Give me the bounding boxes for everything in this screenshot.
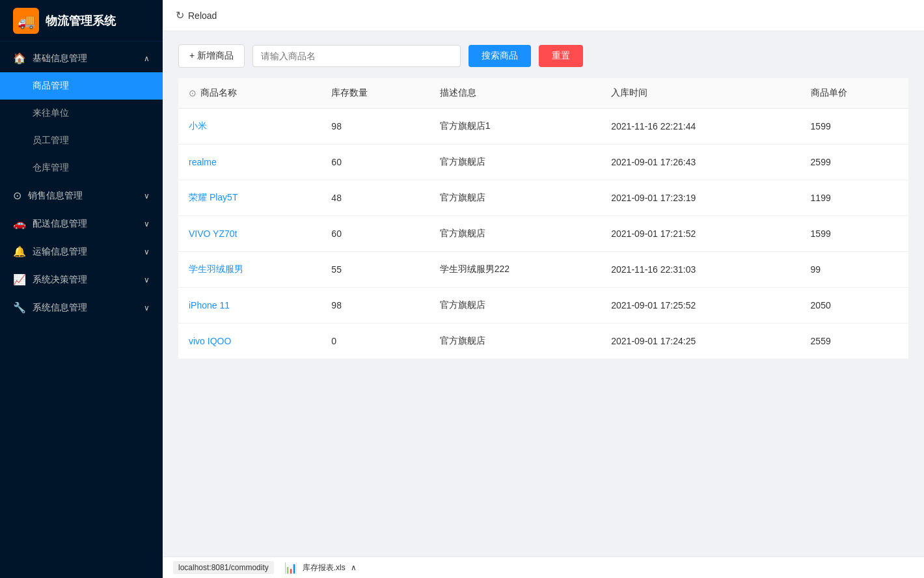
cell-name: VIVO YZ70t: [178, 216, 321, 252]
product-link[interactable]: realme: [189, 157, 217, 167]
col-name: ⊙ 商品名称: [178, 78, 321, 108]
product-link[interactable]: 学生羽绒服男: [189, 264, 243, 274]
col-date: 入库时间: [601, 78, 800, 109]
sidebar-item-warehouse[interactable]: 仓库管理: [0, 154, 163, 182]
cell-date: 2021-09-01 17:21:52: [601, 216, 800, 252]
cell-price: 99: [800, 252, 908, 288]
delivery-icon: 🚗: [13, 217, 26, 230]
bottom-bar: localhost:8081/commodity 📊 库存报表.xls ∧: [163, 557, 924, 578]
cell-stock: 98: [321, 109, 429, 144]
col-price: 商品单价: [800, 78, 908, 109]
main-content: ↻ Reload + 新增商品 搜索商品 重置: [163, 0, 924, 578]
cell-stock: 60: [321, 144, 429, 180]
table-row: iPhone 11 98 官方旗舰店 2021-09-01 17:25:52 2…: [178, 288, 908, 323]
cell-desc: 官方旗舰店: [429, 144, 601, 180]
file-indicator: 📊 库存报表.xls ∧: [284, 562, 357, 574]
cell-date: 2021-09-01 17:24:25: [601, 323, 800, 359]
transport-icon: 🔔: [13, 245, 26, 258]
product-link[interactable]: 荣耀 Play5T: [189, 192, 238, 202]
app-title: 物流管理系统: [46, 13, 116, 29]
sidebar-item-partner[interactable]: 来往单位: [0, 100, 163, 127]
cell-desc: 官方旗舰店: [429, 216, 601, 252]
search-button[interactable]: 搜索商品: [469, 45, 531, 67]
cell-date: 2021-09-01 17:23:19: [601, 180, 800, 216]
col-desc: 描述信息: [429, 78, 601, 109]
sidebar-logo: 🚚 物流管理系统: [0, 0, 163, 42]
page-url: localhost:8081/commodity: [173, 561, 274, 574]
cell-desc: 官方旗舰店: [429, 323, 601, 359]
table-row: 学生羽绒服男 55 学生羽绒服男222 2021-11-16 22:31:03 …: [178, 252, 908, 288]
cell-name: 荣耀 Play5T: [178, 180, 321, 216]
nav-group-basic[interactable]: 🏠 基础信息管理 ∧: [0, 44, 163, 72]
cell-desc: 官方旗舰店: [429, 288, 601, 323]
search-input[interactable]: [252, 45, 461, 67]
expand-icon: ∧: [351, 563, 357, 572]
cell-date: 2021-09-01 17:26:43: [601, 144, 800, 180]
nav-group-decision[interactable]: 📈 系统决策管理 ∨: [0, 266, 163, 294]
cell-price: 1599: [800, 216, 908, 252]
cell-name: 小米: [178, 109, 321, 144]
decision-icon: 📈: [13, 273, 26, 286]
content-area: + 新增商品 搜索商品 重置 ⊙ 商品名称: [163, 31, 924, 557]
table-row: 荣耀 Play5T 48 官方旗舰店 2021-09-01 17:23:19 1…: [178, 180, 908, 216]
reload-icon: ↻: [176, 9, 184, 21]
home-icon: 🏠: [13, 52, 26, 64]
table-row: 小米 98 官方旗舰店1 2021-11-16 22:21:44 1599: [178, 109, 908, 144]
sidebar-item-employee[interactable]: 员工管理: [0, 127, 163, 154]
file-name: 库存报表.xls: [303, 562, 346, 573]
topbar: ↻ Reload: [163, 0, 924, 31]
cell-stock: 55: [321, 252, 429, 288]
product-link[interactable]: iPhone 11: [189, 300, 230, 310]
table-row: vivo IQOO 0 官方旗舰店 2021-09-01 17:24:25 25…: [178, 323, 908, 359]
cell-price: 2599: [800, 144, 908, 180]
sidebar-item-commodity[interactable]: 商品管理: [0, 72, 163, 100]
nav-group-sysinfo[interactable]: 🔧 系统信息管理 ∨: [0, 294, 163, 322]
col-stock: 库存数量: [321, 78, 429, 109]
cell-price: 1599: [800, 109, 908, 144]
logo-icon: 🚚: [13, 8, 39, 34]
nav-group-transport[interactable]: 🔔 运输信息管理 ∨: [0, 238, 163, 266]
cell-stock: 48: [321, 180, 429, 216]
cell-price: 2559: [800, 323, 908, 359]
svg-text:🚚: 🚚: [18, 12, 36, 30]
cell-name: vivo IQOO: [178, 323, 321, 359]
sales-icon: ⊙: [13, 189, 21, 202]
cell-desc: 学生羽绒服男222: [429, 252, 601, 288]
cell-stock: 0: [321, 323, 429, 359]
file-icon: 📊: [284, 562, 297, 574]
product-table-wrapper: ⊙ 商品名称 库存数量 描述信息 入库时间: [178, 78, 908, 359]
product-table: ⊙ 商品名称 库存数量 描述信息 入库时间: [178, 78, 908, 359]
product-link[interactable]: 小米: [189, 120, 207, 131]
cell-price: 2050: [800, 288, 908, 323]
reset-button[interactable]: 重置: [539, 45, 583, 67]
product-link[interactable]: vivo IQOO: [189, 336, 231, 346]
table-sort-icon: ⊙: [189, 88, 197, 98]
cell-name: 学生羽绒服男: [178, 252, 321, 288]
product-link[interactable]: VIVO YZ70t: [189, 228, 237, 239]
cell-stock: 60: [321, 216, 429, 252]
add-product-button[interactable]: + 新增商品: [178, 44, 245, 68]
nav-group-delivery[interactable]: 🚗 配送信息管理 ∨: [0, 210, 163, 238]
table-row: VIVO YZ70t 60 官方旗舰店 2021-09-01 17:21:52 …: [178, 216, 908, 252]
sysinfo-icon: 🔧: [13, 301, 26, 314]
table-row: realme 60 官方旗舰店 2021-09-01 17:26:43 2599: [178, 144, 908, 180]
nav-group-sales[interactable]: ⊙ 销售信息管理 ∨: [0, 182, 163, 210]
cell-name: realme: [178, 144, 321, 180]
cell-desc: 官方旗舰店: [429, 180, 601, 216]
nav-section: 🏠 基础信息管理 ∧ 商品管理 来往单位 员工管理 仓库管理 ⊙ 销售信息管理 …: [0, 42, 163, 324]
toolbar: + 新增商品 搜索商品 重置: [178, 44, 908, 68]
reload-button[interactable]: ↻ Reload: [176, 9, 217, 21]
sidebar: 🚚 物流管理系统 🏠 基础信息管理 ∧ 商品管理 来往单位 员工管理 仓库管理 …: [0, 0, 163, 578]
cell-name: iPhone 11: [178, 288, 321, 323]
cell-date: 2021-11-16 22:21:44: [601, 109, 800, 144]
cell-date: 2021-11-16 22:31:03: [601, 252, 800, 288]
cell-stock: 98: [321, 288, 429, 323]
cell-date: 2021-09-01 17:25:52: [601, 288, 800, 323]
cell-desc: 官方旗舰店1: [429, 109, 601, 144]
cell-price: 1199: [800, 180, 908, 216]
